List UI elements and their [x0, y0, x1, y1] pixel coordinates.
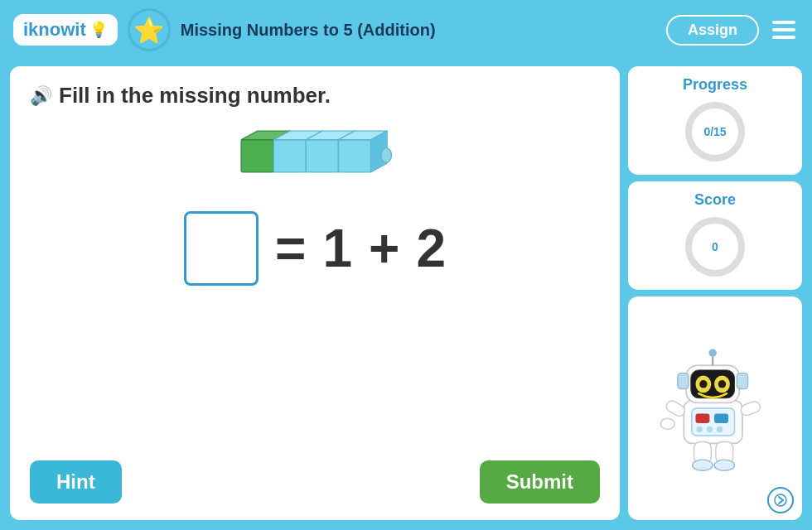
- svg-point-12: [381, 148, 391, 163]
- assign-button[interactable]: Assign: [666, 15, 759, 46]
- svg-rect-0: [241, 140, 273, 172]
- svg-rect-6: [306, 140, 338, 172]
- svg-point-31: [708, 349, 716, 356]
- score-card: Score 0: [628, 181, 802, 290]
- question-panel: 🔊 Fill in the missing number.: [10, 66, 620, 520]
- lesson-title: Missing Numbers to 5 (Addition): [181, 21, 656, 40]
- bottom-row: Hint Submit: [30, 460, 600, 504]
- right-panel: Progress 0/15 Score 0: [628, 66, 802, 520]
- progress-card: Progress 0/15: [628, 66, 802, 175]
- main-content: 🔊 Fill in the missing number.: [0, 60, 812, 530]
- svg-rect-9: [338, 140, 370, 172]
- menu-line-1: [772, 21, 795, 24]
- svg-point-21: [696, 426, 703, 433]
- svg-point-29: [718, 380, 726, 388]
- instruction-text: Fill in the missing number.: [59, 83, 331, 108]
- score-circle: 0: [682, 214, 748, 280]
- equation-area: = 1 + 2: [30, 211, 600, 286]
- svg-rect-33: [678, 373, 689, 389]
- hint-button[interactable]: Hint: [30, 460, 122, 504]
- score-value: 0: [712, 240, 718, 253]
- submit-button[interactable]: Submit: [480, 460, 600, 504]
- robot-illustration: [653, 342, 777, 475]
- svg-point-22: [707, 426, 713, 433]
- svg-point-39: [693, 460, 713, 470]
- svg-point-35: [660, 418, 674, 429]
- equals-sign: =: [275, 222, 306, 275]
- progress-label: Progress: [683, 76, 747, 94]
- number2: 2: [416, 222, 446, 275]
- arrow-right-icon: [774, 494, 787, 507]
- robot-area: [628, 296, 802, 520]
- logo: iknowit 💡: [13, 14, 118, 46]
- cubes-svg: [232, 125, 398, 191]
- star-icon: ⭐: [128, 8, 171, 51]
- menu-line-2: [772, 28, 795, 31]
- bulb-icon: 💡: [89, 21, 108, 39]
- header: iknowit 💡 ⭐ Missing Numbers to 5 (Additi…: [0, 0, 812, 60]
- menu-line-3: [772, 36, 795, 39]
- progress-circle: 0/15: [682, 99, 748, 165]
- logo-text: iknowit: [23, 19, 86, 41]
- cubes-visual: [30, 125, 600, 191]
- progress-value: 0/15: [703, 125, 726, 138]
- svg-rect-36: [740, 400, 762, 417]
- svg-rect-19: [695, 414, 709, 423]
- svg-point-23: [717, 426, 723, 433]
- svg-rect-32: [737, 373, 747, 389]
- answer-input[interactable]: [184, 211, 259, 286]
- score-label: Score: [694, 191, 736, 209]
- speaker-icon[interactable]: 🔊: [30, 85, 52, 107]
- menu-button[interactable]: [769, 17, 799, 42]
- instruction-row: 🔊 Fill in the missing number.: [30, 83, 600, 108]
- svg-rect-3: [273, 140, 306, 172]
- number1: 1: [322, 222, 352, 275]
- svg-point-41: [775, 494, 786, 506]
- svg-point-28: [699, 380, 707, 388]
- next-arrow-button[interactable]: [767, 487, 794, 513]
- svg-point-40: [714, 460, 734, 470]
- svg-rect-20: [714, 414, 728, 423]
- plus-sign: +: [369, 222, 399, 275]
